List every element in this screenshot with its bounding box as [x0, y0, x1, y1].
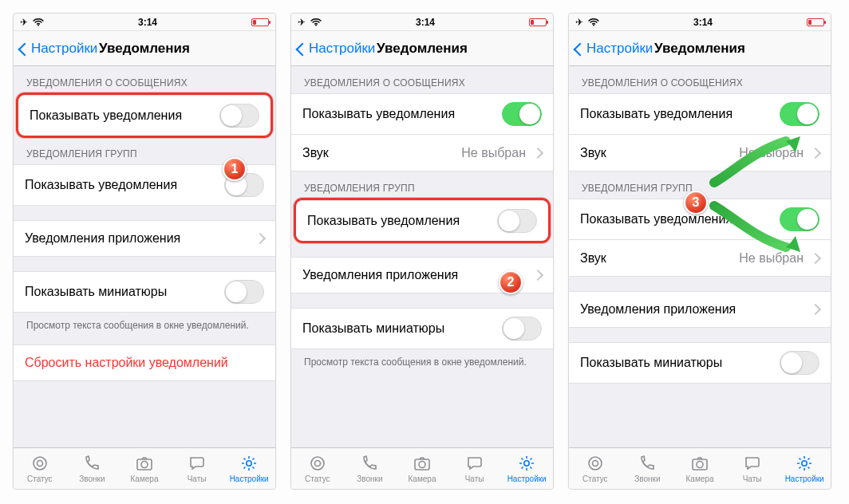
nav-back-label: Настройки — [309, 41, 375, 57]
nav-back-button[interactable]: Настройки — [298, 41, 375, 57]
cell-messages-show-notifications[interactable]: Показывать уведомления — [569, 93, 831, 135]
cell-label: Показывать уведомления — [302, 107, 502, 121]
tab-camera[interactable]: Камера — [396, 448, 448, 489]
chats-icon — [743, 454, 762, 473]
tab-label: Чаты — [743, 474, 762, 483]
step-badge-1: 1 — [223, 157, 247, 181]
tab-label: Настройки — [507, 474, 547, 483]
camera-icon — [135, 454, 154, 473]
toggle-thumbnails[interactable] — [224, 280, 264, 304]
tab-settings[interactable]: Настройки — [778, 448, 831, 489]
chats-icon — [188, 454, 207, 473]
tab-label: Чаты — [188, 474, 207, 483]
phone-icon — [82, 454, 101, 473]
tab-calls[interactable]: Звонки — [344, 448, 397, 489]
tab-label: Звонки — [79, 474, 105, 483]
step-badge-3: 3 — [684, 191, 708, 215]
tab-settings[interactable]: Настройки — [500, 448, 553, 489]
svg-point-2 — [37, 461, 42, 467]
cell-messages-show-notifications[interactable]: Показывать уведомления — [291, 93, 553, 135]
gear-icon — [239, 454, 259, 473]
phone-icon — [638, 454, 657, 473]
tab-chats[interactable]: Чаты — [448, 448, 501, 489]
status-time: 3:14 — [693, 17, 713, 28]
tab-settings[interactable]: Настройки — [223, 448, 275, 489]
nav-bar: Настройки Уведомления — [14, 31, 275, 66]
battery-icon — [807, 18, 824, 26]
tab-label: Камера — [686, 474, 714, 483]
cell-messages-show-notifications[interactable]: Показывать уведомления — [18, 95, 270, 136]
toggle-thumbnails[interactable] — [502, 317, 542, 341]
tab-camera[interactable]: Камера — [118, 448, 171, 489]
tab-status[interactable]: Статус — [569, 448, 622, 489]
nav-back-label: Настройки — [586, 41, 653, 57]
cell-label: Показывать уведомления — [307, 214, 497, 228]
cell-messages-sound[interactable]: Звук Не выбран — [291, 135, 553, 171]
cell-label: Сбросить настройки уведомлений — [25, 356, 264, 370]
section-header-messages: УВЕДОМЛЕНИЯ О СООБЩЕНИЯХ — [569, 66, 831, 93]
status-icon — [30, 454, 49, 473]
cell-show-thumbnails[interactable]: Показывать миниатюры — [14, 271, 275, 313]
tab-calls[interactable]: Звонки — [622, 448, 674, 489]
cell-app-notifications[interactable]: Уведомления приложения — [14, 220, 275, 257]
tab-label: Чаты — [465, 474, 484, 483]
tab-chats[interactable]: Чаты — [726, 448, 779, 489]
toggle-messages-notifications[interactable] — [219, 104, 259, 128]
toggle-thumbnails[interactable] — [780, 351, 819, 375]
camera-icon — [690, 454, 709, 473]
svg-point-17 — [802, 461, 807, 466]
section-header-groups: УВЕДОМЛЕНИЯ ГРУПП — [291, 171, 553, 199]
cell-show-thumbnails[interactable]: Показывать миниатюры — [569, 342, 831, 384]
phone-screen-3: ✈ 3:14 Настройки Уведомления УВЕДОМЛЕНИЯ… — [568, 13, 831, 490]
wifi-icon — [310, 18, 322, 26]
svg-point-12 — [593, 25, 594, 26]
toggle-messages-notifications[interactable] — [780, 102, 819, 126]
cell-label: Показывать миниатюры — [302, 321, 502, 336]
tab-calls[interactable]: Звонки — [66, 448, 119, 489]
tab-camera[interactable]: Камера — [673, 448, 726, 489]
thumbnails-footnote: Просмотр текста сообщения в окне уведомл… — [291, 349, 553, 381]
phone-screen-1: ✈ 3:14 Настройки Уведомления УВЕДОМЛЕНИЯ… — [13, 13, 276, 490]
gear-icon — [795, 454, 814, 473]
arrow-to-groups-toggle — [709, 201, 813, 257]
battery-icon — [251, 18, 269, 26]
tab-bar: Статус Звонки Камера Чаты Настройки — [569, 447, 831, 489]
tab-status[interactable]: Статус — [14, 448, 66, 489]
cell-app-notifications[interactable]: Уведомления приложения — [569, 291, 831, 328]
svg-point-5 — [247, 461, 251, 466]
cell-label: Показывать уведомления — [30, 108, 219, 123]
cell-label: Показывать миниатюры — [580, 356, 780, 370]
svg-point-6 — [315, 25, 317, 26]
toggle-messages-notifications[interactable] — [502, 102, 542, 126]
cell-groups-show-notifications[interactable]: Показывать уведомления — [296, 200, 548, 241]
svg-point-11 — [524, 461, 529, 466]
tab-label: Звонки — [634, 474, 660, 483]
tab-status[interactable]: Статус — [291, 448, 344, 489]
status-icon — [586, 454, 605, 473]
nav-back-label: Настройки — [31, 41, 97, 57]
airplane-mode-icon: ✈ — [575, 17, 583, 28]
cell-label: Показывать уведомления — [580, 107, 780, 121]
status-icon — [308, 454, 327, 473]
wifi-icon — [588, 18, 599, 26]
tab-chats[interactable]: Чаты — [171, 448, 223, 489]
chevron-left-icon — [575, 41, 585, 56]
cell-label: Показывать уведомления — [25, 178, 224, 192]
step-badge-2: 2 — [499, 270, 523, 294]
toggle-groups-notifications[interactable] — [497, 209, 537, 233]
airplane-mode-icon: ✈ — [20, 17, 28, 28]
svg-point-4 — [141, 462, 148, 468]
battery-icon — [529, 18, 547, 26]
cell-show-thumbnails[interactable]: Показывать миниатюры — [291, 308, 553, 349]
nav-back-button[interactable]: Настройки — [575, 41, 653, 57]
cell-value: Не выбран — [461, 146, 526, 160]
cell-reset-settings[interactable]: Сбросить настройки уведомлений — [14, 345, 275, 381]
phone-screen-2: ✈ 3:14 Настройки Уведомления УВЕДОМЛЕНИЯ… — [290, 13, 554, 490]
status-bar: ✈ 3:14 — [569, 14, 831, 31]
phone-icon — [360, 454, 379, 473]
tab-bar: Статус Звонки Камера Чаты Настройки — [291, 447, 553, 489]
svg-point-8 — [314, 461, 320, 467]
status-time: 3:14 — [138, 17, 157, 28]
nav-back-button[interactable]: Настройки — [20, 41, 97, 57]
chevron-left-icon — [298, 41, 307, 56]
